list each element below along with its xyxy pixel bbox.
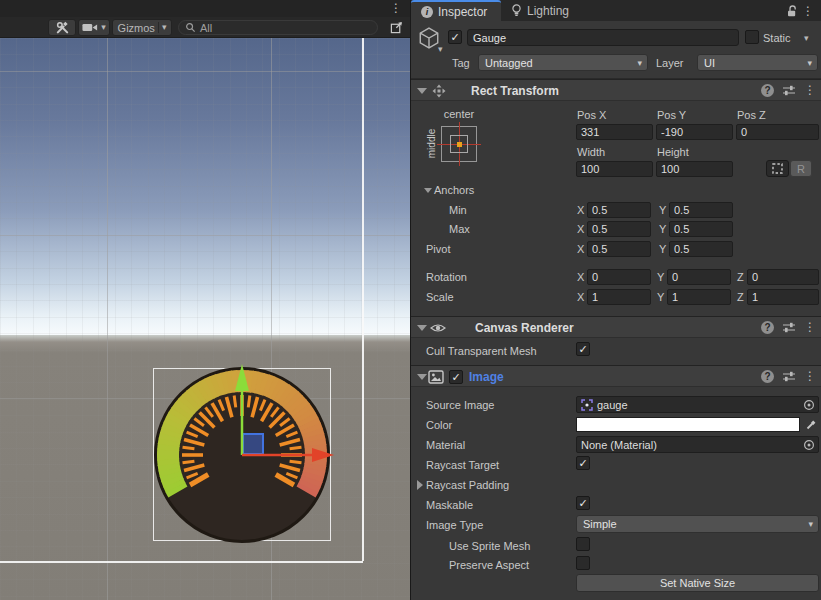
foldout-icon[interactable]	[417, 374, 427, 380]
tab-lighting[interactable]: Lighting	[501, 0, 587, 21]
gizmos-dropdown[interactable]: Gizmos ▾	[112, 19, 172, 36]
source-image-field[interactable]: gauge	[576, 396, 819, 413]
help-icon[interactable]: ?	[761, 321, 774, 334]
preserve-aspect-label: Preserve Aspect	[449, 559, 529, 571]
tools-button[interactable]	[48, 19, 76, 36]
object-picker-icon[interactable]	[803, 439, 815, 451]
anchors-max-label: Max	[449, 223, 470, 235]
component-menu-kebab-icon[interactable]: ⋮	[804, 83, 816, 97]
anchor-preset-widget[interactable]	[441, 126, 477, 162]
static-checkbox[interactable]: ✓	[745, 30, 759, 44]
scale-z-field[interactable]: 1	[747, 289, 819, 305]
foldout-icon[interactable]	[417, 480, 423, 490]
component-menu-kebab-icon[interactable]: ⋮	[804, 320, 816, 334]
gizmo-y-arrowhead-icon[interactable]	[235, 364, 249, 391]
axis-z-label: Z	[737, 271, 744, 283]
check-icon: ✓	[578, 458, 587, 469]
anchor-center-dot	[457, 142, 462, 147]
anchor-max-y-field[interactable]: 0.5	[669, 221, 733, 237]
raw-edit-mode-button[interactable]: R	[790, 160, 812, 177]
object-picker-icon[interactable]	[803, 399, 815, 411]
scale-y-field[interactable]: 1	[667, 289, 731, 305]
camera-settings-button[interactable]: ▾	[78, 19, 110, 36]
sprite-icon	[581, 399, 593, 411]
axis-x-label: X	[577, 223, 584, 235]
gameobject-header: ▾ ✓ Gauge ✓ Static ▾ Tag Untagged ▾ Laye…	[411, 21, 821, 79]
presets-icon[interactable]	[782, 84, 796, 96]
scene-view[interactable]: ⋮ ▾ Gizmos ▾	[0, 0, 410, 600]
gizmo-xy-plane-handle[interactable]	[243, 434, 263, 454]
lock-button[interactable]	[786, 0, 798, 21]
height-field[interactable]: 100	[656, 161, 733, 177]
foldout-icon[interactable]	[417, 325, 427, 331]
eyedropper-button[interactable]	[802, 417, 819, 432]
check-icon: ✓	[450, 32, 459, 43]
scene-menu-kebab-icon[interactable]: ⋮	[390, 1, 402, 15]
cull-transparent-mesh-checkbox[interactable]: ✓	[576, 342, 590, 356]
scene-viewport[interactable]	[0, 38, 410, 600]
preserve-aspect-checkbox[interactable]: ✓	[576, 556, 590, 570]
check-icon: ✓	[578, 344, 587, 355]
layer-dropdown[interactable]: UI ▾	[697, 54, 818, 71]
presets-icon[interactable]	[782, 321, 796, 333]
anchors-min-label: Min	[449, 204, 467, 216]
pivot-x-field[interactable]: 0.5	[587, 241, 651, 257]
tab-inspector[interactable]: i Inspector	[411, 0, 501, 21]
transform-gizmo[interactable]	[0, 38, 410, 600]
foldout-icon[interactable]	[424, 188, 432, 193]
maskable-label: Maskable	[426, 499, 473, 511]
image-enabled-checkbox[interactable]: ✓	[449, 370, 463, 384]
rect-transform-icon	[432, 84, 446, 98]
rotation-x-field[interactable]: 0	[587, 269, 651, 285]
material-field[interactable]: None (Material)	[576, 436, 819, 453]
blueprint-mode-button[interactable]	[766, 160, 789, 177]
rotation-y-field[interactable]: 0	[667, 269, 731, 285]
anchor-preset-vertical: middle	[426, 124, 437, 164]
width-label: Width	[577, 146, 605, 158]
set-native-size-button[interactable]: Set Native Size	[576, 574, 819, 592]
rotation-z-field[interactable]: 0	[747, 269, 819, 285]
scene-toolbar: ▾ Gizmos ▾ All	[0, 17, 410, 38]
object-icon-dropdown[interactable]: ▾	[438, 45, 443, 54]
pos-x-field[interactable]: 331	[576, 124, 653, 140]
pos-y-label: Pos Y	[657, 109, 686, 121]
anchor-min-x-field[interactable]: 0.5	[587, 202, 651, 218]
image-type-dropdown[interactable]: Simple ▾	[576, 515, 819, 533]
component-menu-kebab-icon[interactable]: ⋮	[804, 369, 816, 383]
scene-search-input[interactable]: All	[178, 20, 378, 35]
image-component-header[interactable]: ✓ Image ? ⋮	[411, 365, 821, 387]
canvas-renderer-header[interactable]: Canvas Renderer ? ⋮	[411, 316, 821, 338]
raycast-padding-foldout[interactable]: Raycast Padding	[426, 479, 509, 491]
use-sprite-mesh-checkbox[interactable]: ✓	[576, 537, 590, 551]
image-type-label: Image Type	[426, 519, 483, 531]
chevron-down-icon: ▾	[807, 58, 812, 68]
pos-y-field[interactable]: -190	[656, 124, 733, 140]
scale-x-field[interactable]: 1	[587, 289, 651, 305]
maximize-button[interactable]	[388, 19, 405, 36]
rect-transform-header[interactable]: Rect Transform ? ⋮	[411, 79, 821, 101]
component-title: Image	[469, 370, 504, 384]
anchors-foldout[interactable]: Anchors	[434, 184, 474, 196]
raycast-target-checkbox[interactable]: ✓	[576, 456, 590, 470]
check-icon: ✓	[578, 498, 587, 509]
pivot-y-field[interactable]: 0.5	[669, 241, 733, 257]
help-icon[interactable]: ?	[761, 370, 774, 383]
width-field[interactable]: 100	[576, 161, 653, 177]
static-dropdown-caret[interactable]: ▾	[804, 34, 809, 43]
maximize-icon	[390, 21, 403, 34]
anchor-max-x-field[interactable]: 0.5	[587, 221, 651, 237]
axis-x-label: X	[577, 204, 584, 216]
image-type-value: Simple	[583, 518, 617, 530]
help-icon[interactable]: ?	[761, 84, 774, 97]
pos-z-field[interactable]: 0	[736, 124, 819, 140]
maskable-checkbox[interactable]: ✓	[576, 496, 590, 510]
presets-icon[interactable]	[782, 370, 796, 382]
active-checkbox[interactable]: ✓	[448, 30, 462, 44]
gameobject-name-field[interactable]: Gauge	[467, 29, 739, 46]
foldout-icon[interactable]	[417, 88, 427, 94]
color-swatch[interactable]	[576, 417, 800, 432]
gizmo-x-arrowhead-icon[interactable]	[312, 448, 334, 462]
tag-dropdown[interactable]: Untagged ▾	[478, 54, 648, 71]
inspector-menu-kebab-icon[interactable]: ⋮	[802, 0, 814, 21]
anchor-min-y-field[interactable]: 0.5	[669, 202, 733, 218]
